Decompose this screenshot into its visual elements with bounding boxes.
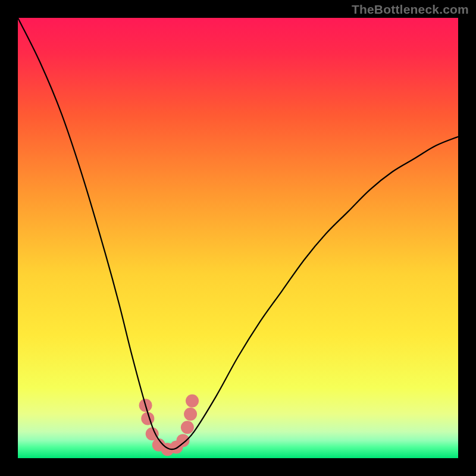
curve-dot [146, 427, 159, 440]
curve-dot [186, 394, 199, 408]
curve-dot [177, 434, 190, 447]
bottleneck-curve [18, 18, 458, 449]
curve-dot [184, 408, 197, 421]
curve-layer [18, 18, 458, 458]
curve-dots [139, 394, 199, 456]
plot-area [18, 18, 458, 458]
attribution-text: TheBottleneck.com [352, 2, 469, 17]
curve-dot [181, 421, 194, 434]
chart-frame: TheBottleneck.com [0, 0, 476, 476]
